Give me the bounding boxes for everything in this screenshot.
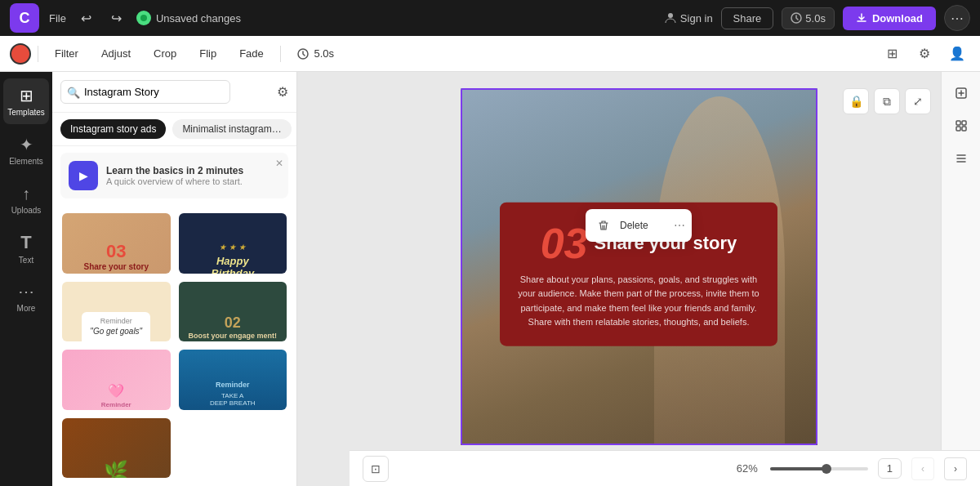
flip-button[interactable]: Flip xyxy=(189,43,226,64)
sidebar-item-templates-label: Templates xyxy=(7,108,45,117)
more-icon: ⋯ xyxy=(18,282,34,301)
download-button[interactable]: Download xyxy=(843,7,936,30)
learn-subtitle: A quick overview of where to start. xyxy=(106,176,243,186)
learn-text: Learn the basics in 2 minutes A quick ov… xyxy=(106,165,243,186)
tmpl3-btn: Okay xyxy=(102,341,131,343)
sign-in-button[interactable]: Sign in xyxy=(664,11,713,25)
tmpl3-text: "Go get goals" xyxy=(90,327,142,336)
share-button[interactable]: Share xyxy=(721,7,774,29)
learn-icon: ▶ xyxy=(69,161,98,190)
search-bar: 🔍 ⚙ xyxy=(52,72,296,113)
template-item-4[interactable]: 02 Boost your engage ment! Share about y… xyxy=(177,280,289,344)
canvas-top-tools: 🔒 ⧉ ⤢ xyxy=(843,88,931,114)
svg-rect-8 xyxy=(962,127,966,131)
redo-button[interactable]: ↪ xyxy=(106,7,127,29)
sidebar-item-more-label: More xyxy=(17,304,36,313)
elements-icon: ✦ xyxy=(20,135,33,154)
svg-rect-7 xyxy=(956,127,960,131)
main-layout: ⊞ Templates ✦ Elements ↑ Uploads T Text … xyxy=(0,72,980,486)
unsaved-dot-icon xyxy=(136,11,151,25)
undo-button[interactable]: ↩ xyxy=(76,7,96,29)
templates-panel: 🔍 ⚙ Instagram story ads Minimalist insta… xyxy=(52,72,297,486)
adjust-button[interactable]: Adjust xyxy=(91,43,140,64)
sidebar-item-templates[interactable]: ⊞ Templates xyxy=(3,78,49,124)
filter-button[interactable]: Filter xyxy=(45,43,88,64)
edit-toolbar: Filter Adjust Crop Flip Fade 5.0s ⊞ ⚙ 👤 xyxy=(0,36,980,72)
canvas-container: Delete ⋯ 03 Share your story Share about… xyxy=(461,88,817,445)
expand-tool-button[interactable]: ⤢ xyxy=(905,88,931,114)
left-sidebar: ⊞ Templates ✦ Elements ↑ Uploads T Text … xyxy=(0,72,52,486)
top-toolbar: C File ↩ ↪ Unsaved changes Sign in Share… xyxy=(0,0,980,36)
right-tool-2[interactable] xyxy=(947,111,976,140)
template-grid: 03 Share your story Share about your pla… xyxy=(52,205,296,486)
template-item-7[interactable]: 🌿 xyxy=(60,417,172,480)
next-page-button[interactable]: › xyxy=(944,457,967,480)
user-icon[interactable]: 👤 xyxy=(944,41,970,67)
tmpl2-happy: HappyBirthday xyxy=(208,255,257,275)
learn-close-button[interactable]: ✕ xyxy=(275,158,283,169)
tmpl6-text: TAKE ADEEP BREATH xyxy=(210,392,256,407)
template-item-2[interactable]: ★ ★ ★ HappyBirthday ELLYN WALKER xyxy=(177,212,289,275)
crop-button[interactable]: Crop xyxy=(144,43,186,64)
canvas-story-number: 03 xyxy=(541,221,588,264)
category-tabs: Instagram story ads Minimalist instagram… xyxy=(52,113,296,146)
separator xyxy=(38,46,38,62)
top-bar-right: Sign in Share 5.0s Download ⋯ xyxy=(664,5,970,31)
lock-tool-button[interactable]: 🔒 xyxy=(843,88,869,114)
template-item-1[interactable]: 03 Share your story Share about your pla… xyxy=(60,212,172,275)
settings-icon[interactable]: ⚙ xyxy=(911,41,938,67)
sidebar-item-more[interactable]: ⋯ More xyxy=(3,274,49,320)
right-tool-1[interactable] xyxy=(947,78,976,108)
uploads-icon: ↑ xyxy=(22,185,30,203)
sidebar-item-text[interactable]: T Text xyxy=(3,225,49,271)
grid-icon[interactable]: ⊞ xyxy=(879,41,905,67)
canva-logo[interactable]: C xyxy=(10,3,39,33)
template-item-5[interactable]: 🩷 Reminder DON'T FORGET TO TAKECARE OF Y… xyxy=(60,348,172,412)
canvas[interactable]: Delete ⋯ 03 Share your story Share about… xyxy=(461,88,817,445)
zoom-controls: 62% xyxy=(731,462,868,475)
timer-button[interactable]: 5.0s xyxy=(782,7,835,29)
canvas-area: 🔒 ⧉ ⤢ Delete ⋯ 03 xyxy=(297,72,980,486)
right-tools-panel xyxy=(941,72,980,450)
tmpl4-number: 02 xyxy=(225,314,241,332)
text-icon: T xyxy=(20,232,31,253)
category-tab-instagram-story-ads[interactable]: Instagram story ads xyxy=(60,119,166,139)
zoom-slider[interactable] xyxy=(770,467,868,470)
filter-icon[interactable]: ⚙ xyxy=(277,84,288,100)
tmpl1-number: 03 xyxy=(106,241,126,262)
template-item-6[interactable]: Reminder TAKE ADEEP BREATH ▶ xyxy=(177,348,289,412)
svg-rect-5 xyxy=(956,121,960,125)
tmpl2-top: ★ ★ ★ xyxy=(208,243,257,252)
sidebar-item-elements-label: Elements xyxy=(9,157,43,166)
popup-more-button[interactable]: ⋯ xyxy=(674,219,685,232)
templates-icon: ⊞ xyxy=(20,86,33,105)
delete-icon-button[interactable] xyxy=(592,214,615,237)
tmpl7-placeholder: 🌿 xyxy=(104,460,128,480)
search-input[interactable] xyxy=(60,80,230,104)
page-counter: 1 xyxy=(878,458,902,479)
sidebar-item-uploads[interactable]: ↑ Uploads xyxy=(3,176,49,222)
more-options-button[interactable]: ⋯ xyxy=(944,5,970,31)
right-tool-3[interactable] xyxy=(947,144,976,173)
file-menu[interactable]: File xyxy=(49,12,66,25)
svg-point-0 xyxy=(140,15,147,21)
category-tab-minimalist[interactable]: Minimalist instagram… xyxy=(172,119,291,139)
unsaved-changes-indicator: Unsaved changes xyxy=(136,11,241,25)
tmpl3-box: Reminder "Go get goals" Okay xyxy=(82,312,150,343)
timer2-button[interactable]: 5.0s xyxy=(287,43,344,65)
search-wrapper: 🔍 xyxy=(60,80,270,104)
page-number: 1 xyxy=(887,462,893,475)
show-pages-button[interactable]: ⊡ xyxy=(363,456,389,482)
template-item-3[interactable]: Reminder "Go get goals" Okay xyxy=(60,280,172,344)
tmpl4-title: Boost your engage ment! xyxy=(188,332,277,340)
tmpl1-title: Share your story xyxy=(84,262,149,271)
color-swatch[interactable] xyxy=(10,43,31,65)
duplicate-tool-button[interactable]: ⧉ xyxy=(874,88,900,114)
svg-point-1 xyxy=(668,13,673,18)
fade-button[interactable]: Fade xyxy=(229,43,274,64)
delete-popup: Delete ⋯ xyxy=(586,209,692,242)
prev-page-button[interactable]: ‹ xyxy=(911,457,934,480)
sidebar-item-elements[interactable]: ✦ Elements xyxy=(3,127,49,173)
tmpl5-text: DON'T FORGET TO TAKECARE OF YOURSELF xyxy=(82,411,150,412)
zoom-bar-thumb[interactable] xyxy=(822,464,831,474)
